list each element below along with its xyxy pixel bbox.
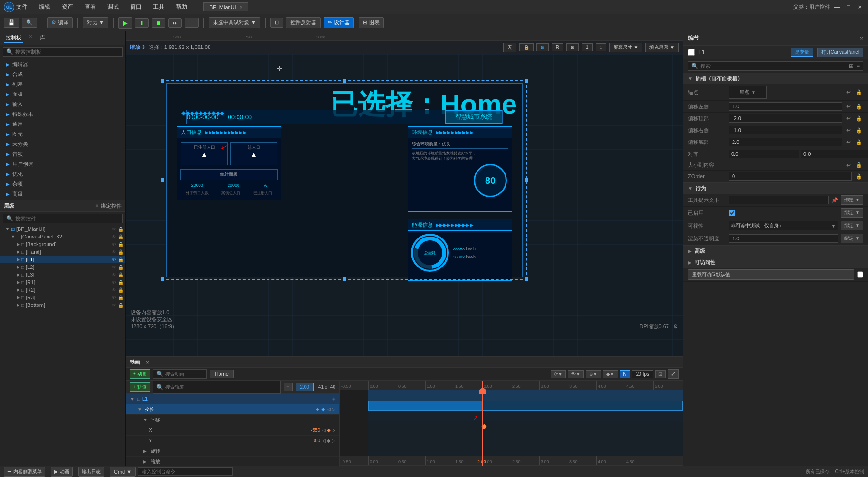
anim-n-btn[interactable]: N (620, 370, 630, 378)
menu-asset[interactable]: 资产 (60, 2, 75, 12)
track-filter-btn[interactable]: ≡ (284, 383, 293, 391)
panel-item-panel[interactable]: ▶ 面板 (0, 89, 125, 99)
tooltip-bind-btn[interactable]: 绑定 ▼ (841, 195, 863, 205)
track-add-btn[interactable]: + (332, 396, 335, 402)
anim-search-input[interactable] (165, 372, 203, 377)
browse-btn[interactable]: 🔍 (22, 18, 37, 28)
offset-right-reset-btn[interactable]: ↩ (845, 127, 852, 134)
offset-top-input[interactable] (729, 114, 842, 123)
anim-tool-5[interactable]: ⊡ (655, 370, 666, 378)
maximize-btn[interactable]: □ (845, 4, 852, 10)
track-row-x[interactable]: X -550 ◁ ◆ ▷ (126, 425, 339, 436)
minimize-btn[interactable]: — (834, 4, 840, 10)
fps-badge[interactable]: 20 fps (632, 370, 653, 378)
track-expand-icon[interactable]: ▼ (137, 407, 143, 412)
tab-bp-mianui[interactable]: BP_MianUI × (203, 2, 248, 11)
menu-debug[interactable]: 调试 (105, 2, 121, 12)
graph-btn[interactable]: ⊞ 图表 (359, 17, 384, 28)
widget-reflector-btn[interactable]: 控件反射器 (286, 17, 321, 28)
menu-help[interactable]: 帮助 (174, 2, 189, 12)
fill-screen-btn[interactable]: 填充屏幕 ▼ (645, 43, 679, 52)
tree-item-l2[interactable]: ▶ □ [L2] 👁 🔒 (0, 263, 125, 271)
panel-item-primitive[interactable]: ▶ 图元 (0, 129, 125, 139)
open-canvas-btn[interactable]: 打开CanvasPanel (817, 48, 863, 57)
viewport-canvas[interactable]: 已选择：Home 0000-00-00 00:00:00 智慧城市系统 (126, 54, 683, 356)
anim-tool-2[interactable]: 👁▼ (568, 370, 584, 378)
advanced-section-header[interactable]: ▶ 高级 (683, 245, 868, 257)
screen-size-btn[interactable]: 屏幕尺寸 ▼ (609, 43, 643, 52)
menu-view[interactable]: 查看 (83, 2, 98, 12)
behavior-section-header[interactable]: ▼ 行为 (683, 182, 868, 194)
anchor-reset-btn[interactable]: ↩ (845, 89, 852, 95)
panel-item-optimize[interactable]: ▶ 优化 (0, 169, 125, 179)
zorder-input[interactable] (729, 172, 852, 181)
panel-item-audio[interactable]: ▶ 音频 (0, 149, 125, 159)
opacity-input[interactable] (729, 234, 838, 243)
tree-item-hand[interactable]: ▶ □ [Hand] 👁 🔒 (0, 248, 125, 256)
output-log-btn[interactable]: 输出日志 (78, 467, 104, 477)
play-btn[interactable]: ▶ (118, 17, 132, 29)
tooltip-input[interactable] (729, 196, 829, 204)
visibility-bind-btn[interactable]: 绑定 ▼ (841, 221, 863, 230)
tree-item-bottom[interactable]: ▶ □ [Bottom] 👁 🔒 (0, 301, 125, 309)
is-var-btn[interactable]: 是变量 (791, 48, 813, 57)
layer-search-input[interactable] (15, 216, 119, 221)
tl-block-main[interactable] (368, 401, 683, 411)
right-search-input[interactable] (700, 63, 847, 69)
track-search-input[interactable] (165, 384, 277, 390)
cmd-dropdown[interactable]: Cmd ▼ (110, 467, 136, 477)
num-btn[interactable]: 1 (582, 43, 593, 51)
cmd-input[interactable] (138, 467, 233, 476)
track-row-l1[interactable]: ▼ □ L1 + (126, 394, 339, 404)
track-row-transform[interactable]: ▼ 变换 + ◆ ◁ ▷ (126, 404, 339, 415)
key-next-icon[interactable]: ▷ (332, 428, 335, 433)
compare-btn[interactable]: 对比 ▼ (83, 17, 108, 28)
slot-section-header[interactable]: ▼ 插槽（画布面板槽） (683, 73, 868, 84)
save-btn[interactable]: 💾 (4, 18, 19, 28)
panel-item-composite[interactable]: ▶ 合成 (0, 69, 125, 79)
track-row-translate[interactable]: ▼ 平移 + (126, 415, 339, 425)
viewport[interactable]: 500 750 1000 缩放-3 选择：1,921.92 x 1,081.08… (126, 31, 683, 356)
accessibility-checkbox[interactable] (857, 271, 863, 278)
track-expand-icon[interactable]: ▶ (143, 448, 149, 454)
panel-item-editor[interactable]: ▶ 编辑器 (0, 59, 125, 69)
tooltip-pin-icon[interactable]: 📌 (831, 197, 838, 203)
add-anim-btn[interactable]: + 动画 (130, 369, 150, 379)
offset-right-input[interactable] (729, 126, 842, 134)
version-control[interactable]: Ctrl+版本控制 (835, 468, 864, 475)
tree-item-canvas32[interactable]: ▼ □ [CanvasPanel_32] 👁 🔒 (0, 233, 125, 240)
offset-left-input[interactable] (729, 102, 842, 111)
tree-item-r3[interactable]: ▶ □ [R3] 👁 🔒 (0, 294, 125, 301)
panel-item-list[interactable]: ▶ 列表 (0, 79, 125, 89)
offset-right-lock-btn[interactable]: 🔒 (855, 127, 863, 134)
skip-btn[interactable]: ⏭ (168, 18, 182, 28)
tree-item-r2[interactable]: ▶ □ [R2] 👁 🔒 (0, 286, 125, 294)
info-btn[interactable]: ℹ (596, 43, 606, 51)
key-icon[interactable]: ◆ (327, 428, 331, 433)
right-panel-close-icon[interactable]: × (860, 35, 863, 42)
anim-tool-4[interactable]: ◆▼ (603, 370, 618, 378)
sort-icon[interactable]: ≡ (857, 63, 860, 69)
tree-item-background[interactable]: ▶ □ [Background] 👁 🔒 (0, 240, 125, 248)
control-panel-search-input[interactable] (15, 49, 119, 55)
menu-tools[interactable]: 工具 (151, 2, 166, 12)
key-next-icon[interactable]: ▷ (332, 407, 335, 412)
tree-item-r1[interactable]: ▶ □ [R1] 👁 🔒 (0, 278, 125, 286)
panel-item-uncat[interactable]: ▶ 未分类 (0, 139, 125, 149)
anim-panel-close-icon[interactable]: × (146, 359, 149, 366)
track-expand-icon[interactable]: ▼ (130, 396, 135, 401)
l1-checkbox[interactable] (688, 49, 695, 56)
panel-item-misc[interactable]: ▶ 杂项 (0, 179, 125, 189)
key-prev-icon[interactable]: ◁ (322, 438, 326, 443)
tree-item-bpmainui[interactable]: ▼ ⊡ [BP_MianUI] 👁 🔒 (0, 225, 125, 233)
grid-btn[interactable]: ⊞ (566, 43, 579, 51)
menu-file[interactable]: 文件 (14, 2, 29, 12)
stop-btn[interactable]: ⏹ (152, 18, 165, 28)
enabled-checkbox[interactable] (729, 210, 735, 216)
zorder-lock-btn[interactable]: 🔒 (855, 173, 863, 180)
view-toggle-icon[interactable]: ⊞ (849, 63, 854, 69)
track-add-btn[interactable]: + (316, 406, 319, 413)
anim-tool-1[interactable]: ⟳▼ (551, 370, 566, 378)
track-row-rotate[interactable]: ▶ 旋转 (126, 446, 339, 457)
mirror-btn[interactable]: ⊡ (270, 18, 283, 28)
